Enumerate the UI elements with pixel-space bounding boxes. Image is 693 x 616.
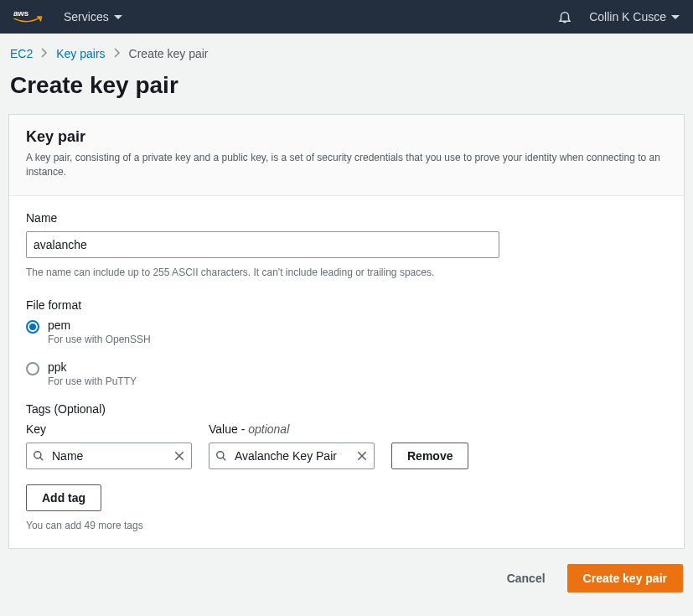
breadcrumb-ec2[interactable]: EC2 bbox=[10, 47, 33, 60]
top-nav: aws Services Collin K Cusce bbox=[0, 0, 693, 34]
tags-hint: You can add 49 more tags bbox=[26, 520, 667, 531]
keypair-panel: Key pair A key pair, consisting of a pri… bbox=[8, 114, 685, 549]
tag-value-header: Value - optional bbox=[209, 422, 375, 436]
remove-tag-button[interactable]: Remove bbox=[391, 443, 468, 469]
radio-ppk[interactable] bbox=[26, 362, 39, 375]
name-hint: The name can include up to 255 ASCII cha… bbox=[26, 267, 667, 278]
page-title: Create key pair bbox=[0, 72, 693, 114]
radio-ppk-sub: For use with PuTTY bbox=[48, 375, 137, 387]
breadcrumb-keypairs[interactable]: Key pairs bbox=[56, 47, 105, 60]
radio-ppk-label: ppk bbox=[48, 360, 137, 374]
breadcrumb: EC2 Key pairs Create key pair bbox=[0, 34, 693, 72]
services-dropdown[interactable]: Services bbox=[64, 10, 122, 23]
footer-actions: Cancel Create key pair bbox=[0, 549, 693, 593]
chevron-down-icon bbox=[671, 15, 680, 19]
svg-text:aws: aws bbox=[13, 8, 28, 18]
chevron-right-icon bbox=[41, 47, 48, 60]
create-keypair-button[interactable]: Create key pair bbox=[567, 564, 683, 593]
name-input[interactable] bbox=[26, 231, 499, 258]
file-format-label: File format bbox=[26, 298, 667, 312]
breadcrumb-current: Create key pair bbox=[129, 47, 209, 60]
user-name: Collin K Cusce bbox=[589, 10, 666, 23]
tag-value-input[interactable] bbox=[209, 443, 375, 469]
clear-icon[interactable] bbox=[173, 450, 185, 462]
panel-header: Key pair A key pair, consisting of a pri… bbox=[9, 115, 684, 196]
svg-line-6 bbox=[223, 458, 226, 461]
tag-key-input-wrap bbox=[26, 443, 192, 469]
tag-key-input[interactable] bbox=[26, 443, 192, 469]
notifications-icon[interactable] bbox=[557, 9, 572, 24]
search-icon bbox=[215, 450, 227, 462]
chevron-right-icon bbox=[114, 47, 121, 60]
cancel-button[interactable]: Cancel bbox=[495, 565, 557, 592]
tags-label: Tags (Optional) bbox=[26, 402, 667, 416]
user-dropdown[interactable]: Collin K Cusce bbox=[589, 10, 680, 23]
panel-title: Key pair bbox=[26, 128, 667, 146]
tag-key-header: Key bbox=[26, 422, 192, 436]
search-icon bbox=[33, 450, 44, 462]
chevron-down-icon bbox=[114, 15, 122, 19]
svg-point-1 bbox=[34, 452, 41, 458]
svg-point-5 bbox=[217, 452, 224, 458]
panel-description: A key pair, consisting of a private key … bbox=[26, 151, 667, 180]
svg-line-2 bbox=[40, 458, 44, 461]
name-label: Name bbox=[26, 211, 667, 225]
services-label: Services bbox=[64, 10, 109, 23]
tag-value-input-wrap bbox=[209, 443, 375, 469]
clear-icon[interactable] bbox=[356, 450, 368, 462]
add-tag-button[interactable]: Add tag bbox=[26, 484, 101, 511]
aws-logo[interactable]: aws bbox=[13, 8, 44, 26]
radio-pem[interactable] bbox=[26, 320, 39, 334]
radio-pem-sub: For use with OpenSSH bbox=[48, 334, 151, 345]
radio-pem-label: pem bbox=[48, 318, 151, 332]
